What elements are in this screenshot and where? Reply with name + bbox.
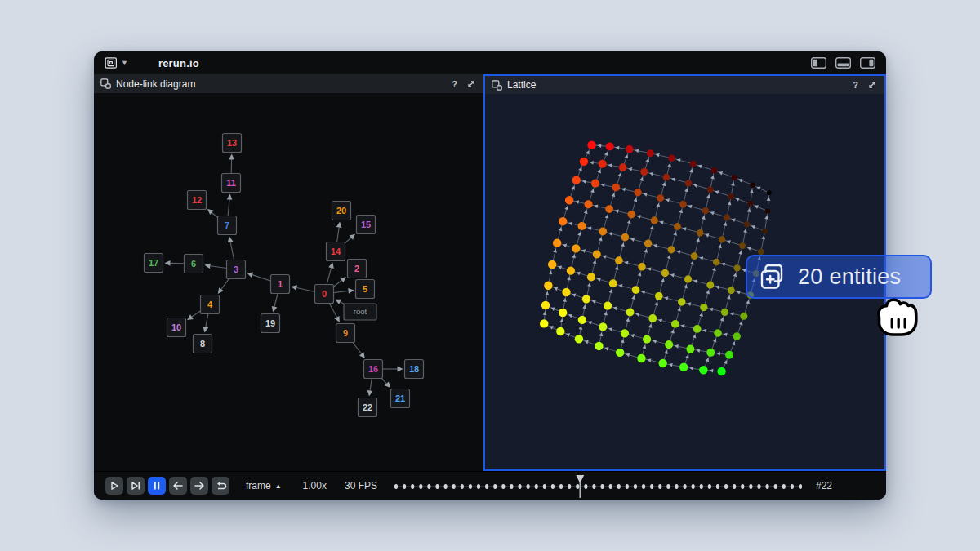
lattice-node[interactable]	[691, 252, 698, 260]
step-back-button[interactable]	[169, 477, 187, 495]
step-forward-button[interactable]	[127, 477, 145, 495]
step-next-button[interactable]	[190, 477, 208, 495]
lattice-node[interactable]	[562, 288, 570, 296]
loop-button[interactable]	[212, 477, 229, 495]
graph-node-13[interactable]: 13	[223, 134, 242, 153]
lattice-node[interactable]	[599, 322, 607, 331]
lattice-node[interactable]	[734, 264, 741, 271]
lattice-node[interactable]	[706, 282, 714, 289]
graph-node-12[interactable]: 12	[188, 191, 207, 210]
graph-node-2[interactable]: 2	[348, 260, 367, 278]
fps-value[interactable]: 30 FPS	[345, 480, 377, 491]
graph-node-19[interactable]: 19	[261, 314, 280, 333]
right-panel-toggle-icon[interactable]	[860, 57, 875, 69]
lattice-node[interactable]	[587, 140, 595, 149]
graph-node-14[interactable]: 14	[327, 242, 345, 261]
lattice-node[interactable]	[606, 142, 614, 150]
lattice-node[interactable]	[619, 163, 627, 171]
playback-speed[interactable]: 1.00x	[303, 480, 327, 491]
lattice-node[interactable]	[725, 351, 733, 359]
lattice-node[interactable]	[739, 242, 746, 249]
lattice-node[interactable]	[765, 208, 770, 214]
lattice-node[interactable]	[674, 223, 681, 230]
lattice-node[interactable]	[728, 287, 735, 294]
lattice-node[interactable]	[679, 363, 688, 371]
timeline-selector[interactable]: frame ▲	[246, 480, 282, 491]
lattice-node[interactable]	[685, 180, 692, 186]
lattice-node[interactable]	[713, 259, 719, 266]
lattice-node[interactable]	[762, 228, 768, 233]
lattice-node[interactable]	[724, 214, 730, 220]
lattice-node[interactable]	[697, 229, 703, 236]
lattice-node[interactable]	[541, 301, 550, 309]
lattice-node[interactable]	[559, 217, 567, 225]
lattice-node[interactable]	[732, 175, 737, 180]
timeline-scrubber[interactable]	[392, 472, 804, 500]
lattice-node[interactable]	[721, 309, 728, 316]
lattice-node[interactable]	[604, 301, 612, 309]
graph-node-17[interactable]: 17	[145, 254, 163, 273]
lattice-node[interactable]	[593, 251, 601, 259]
lattice-node[interactable]	[572, 244, 580, 252]
lattice-view-header[interactable]: Lattice ?	[485, 76, 884, 94]
lattice-node[interactable]	[567, 266, 575, 274]
lattice-node[interactable]	[591, 180, 599, 188]
lattice-node[interactable]	[678, 298, 685, 305]
lattice-node[interactable]	[702, 207, 709, 214]
maximize-view-icon[interactable]	[466, 78, 477, 90]
lattice-node[interactable]	[553, 238, 561, 247]
graph-node-16[interactable]: 16	[364, 360, 383, 379]
lattice-node[interactable]	[628, 211, 635, 218]
lattice-node[interactable]	[767, 190, 772, 195]
lattice-node[interactable]	[711, 167, 717, 174]
lattice-node[interactable]	[626, 145, 633, 153]
lattice-node[interactable]	[638, 263, 646, 271]
lattice-node[interactable]	[655, 292, 663, 300]
lattice-node[interactable]	[648, 314, 657, 322]
lattice-node[interactable]	[599, 228, 607, 236]
graph-node-0[interactable]: 0	[315, 285, 334, 304]
graph-node-3[interactable]: 3	[227, 260, 246, 279]
lattice-node[interactable]	[595, 342, 603, 350]
lattice-node[interactable]	[662, 269, 669, 277]
lattice-node[interactable]	[668, 246, 675, 253]
graph-node-4[interactable]: 4	[201, 295, 220, 314]
lattice-node[interactable]	[733, 332, 741, 340]
lattice-node[interactable]	[651, 216, 658, 224]
lattice-node[interactable]	[699, 366, 707, 374]
lattice-node[interactable]	[728, 193, 733, 199]
lattice-node[interactable]	[572, 176, 581, 184]
graph-node-20[interactable]: 20	[332, 202, 351, 220]
lattice-node[interactable]	[540, 319, 548, 327]
lattice-node[interactable]	[609, 279, 617, 287]
graph-node-18[interactable]: 18	[405, 360, 424, 379]
lattice-node[interactable]	[585, 200, 593, 208]
lattice-node[interactable]	[647, 149, 654, 157]
maximize-view-icon[interactable]	[866, 79, 878, 91]
lattice-node[interactable]	[671, 320, 679, 328]
lattice-node[interactable]	[658, 359, 666, 367]
lattice-node[interactable]	[578, 316, 586, 324]
graph-node-8[interactable]: 8	[194, 335, 212, 353]
lattice-node[interactable]	[578, 222, 586, 230]
lattice-node[interactable]	[637, 354, 645, 362]
lattice-node[interactable]	[706, 349, 715, 357]
lattice-node[interactable]	[556, 327, 564, 335]
lattice-node[interactable]	[559, 309, 567, 317]
lattice-node[interactable]	[644, 239, 652, 247]
lattice-node[interactable]	[643, 335, 651, 344]
lattice-node[interactable]	[657, 194, 664, 202]
lattice-node[interactable]	[747, 201, 753, 207]
lattice-node[interactable]	[717, 367, 725, 375]
lattice-node[interactable]	[668, 154, 675, 161]
lattice-node[interactable]	[621, 329, 629, 337]
lattice-node[interactable]	[640, 168, 648, 176]
graph-node-root[interactable]: root	[344, 304, 376, 320]
app-menu-button[interactable]: ▼	[105, 56, 128, 69]
left-panel-toggle-icon[interactable]	[811, 57, 826, 69]
graph-node-5[interactable]: 5	[356, 280, 375, 299]
lattice-node[interactable]	[587, 273, 595, 281]
lattice-node[interactable]	[665, 340, 673, 349]
lattice-node[interactable]	[632, 286, 640, 294]
lattice-node[interactable]	[719, 236, 725, 242]
